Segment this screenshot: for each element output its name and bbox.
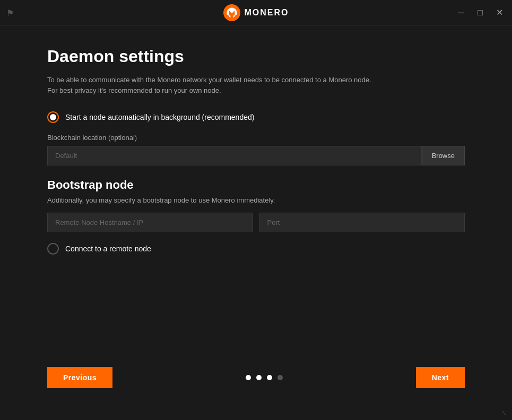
- radio-option-auto-node[interactable]: Start a node automatically in background…: [47, 111, 465, 123]
- close-button[interactable]: ✕: [493, 6, 506, 19]
- titlebar-logo: MONERO: [223, 4, 289, 21]
- radio-remote-node-label: Connect to a remote node: [65, 244, 151, 253]
- bootstrap-title: Bootstrap node: [47, 178, 465, 192]
- main-content: Daemon settings To be able to communicat…: [0, 25, 512, 286]
- port-input[interactable]: [259, 213, 465, 232]
- next-button[interactable]: Next: [416, 367, 465, 388]
- blockchain-label: Blockchain location (optional): [47, 134, 465, 142]
- bootstrap-inputs: [47, 213, 465, 232]
- app-title: MONERO: [245, 8, 289, 18]
- bootstrap-description: Additionally, you may specify a bootstra…: [47, 196, 465, 204]
- pagination-dots: [246, 375, 283, 380]
- browse-button[interactable]: Browse: [422, 146, 465, 165]
- pagination-dot-1: [246, 375, 251, 380]
- previous-button[interactable]: Previous: [47, 367, 112, 388]
- monero-logo-icon: [223, 4, 240, 21]
- minimize-button[interactable]: ─: [455, 6, 467, 19]
- hostname-input[interactable]: [47, 213, 253, 232]
- blockchain-section: Blockchain location (optional) Browse: [47, 134, 465, 165]
- pagination-dot-2: [256, 375, 262, 380]
- maximize-button[interactable]: □: [474, 6, 487, 19]
- pagination-dot-3: [267, 375, 272, 380]
- window-controls: ─ □ ✕: [455, 6, 506, 19]
- titlebar: ⚑ MONERO ─ □ ✕: [0, 0, 512, 25]
- radio-auto-node-label: Start a node automatically in background…: [65, 113, 254, 121]
- radio-remote-node-circle[interactable]: [47, 243, 59, 255]
- pagination-dot-4: [277, 375, 283, 380]
- blockchain-location-input[interactable]: [47, 146, 422, 165]
- page-title: Daemon settings: [47, 47, 465, 66]
- navigation-bar: Previous Next: [47, 367, 465, 388]
- page-description: To be able to communicate with the Moner…: [47, 75, 450, 95]
- resize-handle-icon[interactable]: ⤡: [501, 409, 510, 418]
- flag-icon[interactable]: ⚑: [6, 7, 14, 18]
- bootstrap-section: Bootstrap node Additionally, you may spe…: [47, 178, 465, 232]
- radio-auto-node-circle[interactable]: [47, 111, 59, 123]
- description-line2: For best privacy it's recommended to run…: [47, 86, 221, 94]
- blockchain-input-row: Browse: [47, 146, 465, 165]
- description-line1: To be able to communicate with the Moner…: [47, 76, 371, 84]
- radio-option-remote-node[interactable]: Connect to a remote node: [47, 243, 465, 255]
